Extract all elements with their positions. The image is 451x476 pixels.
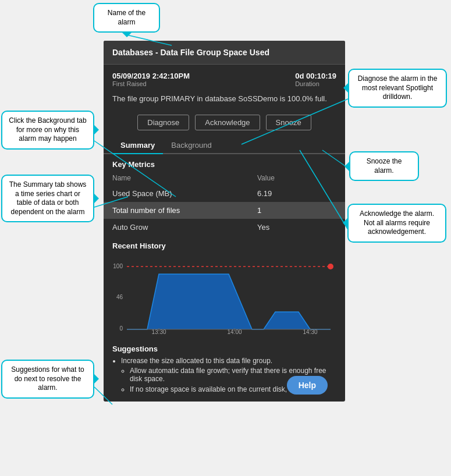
alarm-title: Databases - Data File Group Space Used	[104, 41, 345, 65]
suggestion-text: Increase the size allocated to this data…	[121, 357, 272, 365]
duration-value: 0d 00:10:19	[295, 72, 336, 80]
metric-value: 1	[248, 202, 345, 219]
tab-background[interactable]: Background	[163, 137, 219, 153]
svg-text:46: 46	[116, 294, 123, 300]
metrics-table: Name Value Used Space (MB) 6.19 Total nu…	[104, 171, 345, 236]
col-header-name: Name	[104, 171, 248, 185]
help-button[interactable]: Help	[287, 376, 328, 395]
duration: 0d 00:10:19 Duration	[295, 72, 336, 87]
svg-point-4	[328, 264, 333, 269]
diagnose-button[interactable]: Diagnose	[137, 115, 189, 130]
callout-background: Click the Background tab for more on why…	[1, 111, 94, 150]
acknowledge-button[interactable]: Acknowledge	[195, 115, 260, 130]
chart-svg: 100 46 0 13:30 14:00 14:30	[112, 260, 336, 335]
alarm-title-text: Databases - Data File Group Space Used	[112, 48, 269, 57]
metric-value: Yes	[248, 219, 345, 236]
first-raised-value: 05/09/2019 2:42:10PM	[112, 72, 190, 80]
callout-acknowledge: Acknowledge the alarm. Not all alarms re…	[347, 204, 446, 243]
snooze-button[interactable]: Snooze	[266, 115, 311, 130]
table-row: Total number of files 1	[104, 202, 345, 219]
metric-name: Used Space (MB)	[104, 185, 248, 202]
first-raised-label: First Raised	[112, 80, 190, 87]
alarm-description: The file group PRIMARY in database SoSSD…	[104, 92, 345, 110]
metric-name: Total number of files	[104, 202, 248, 219]
metric-name: Auto Grow	[104, 219, 248, 236]
callout-summary: The Summary tab shows a time series char…	[1, 175, 94, 222]
callout-snooze: Snooze the alarm.	[349, 151, 419, 181]
alarm-tabs: Summary Background	[104, 137, 345, 154]
alarm-meta: 05/09/2019 2:42:10PM First Raised 0d 00:…	[104, 65, 345, 92]
key-metrics-title: Key Metrics	[104, 154, 345, 171]
callout-suggestions: Suggestions for what to do next to resol…	[1, 360, 94, 399]
alarm-panel: Databases - Data File Group Space Used 0…	[104, 41, 345, 402]
callout-alarm-name: Name of the alarm	[93, 3, 160, 33]
duration-label: Duration	[295, 80, 336, 87]
svg-text:100: 100	[113, 263, 123, 269]
chart-area: 100 46 0 13:30 14:00 14:30	[104, 253, 345, 340]
table-row: Auto Grow Yes	[104, 219, 345, 236]
table-row: Used Space (MB) 6.19	[104, 185, 345, 202]
first-raised: 05/09/2019 2:42:10PM First Raised	[112, 72, 190, 87]
alarm-buttons: Diagnose Acknowledge Snooze	[104, 110, 345, 137]
metric-value: 6.19	[248, 185, 345, 202]
recent-history-title: Recent History	[104, 236, 345, 253]
svg-text:0: 0	[119, 325, 123, 332]
col-header-value: Value	[248, 171, 345, 185]
suggestion-subtext-2: If no storage space is available on the …	[130, 385, 308, 393]
chart-container: 100 46 0 13:30 14:00 14:30	[112, 260, 336, 335]
suggestions-title: Suggestions	[112, 344, 336, 353]
callout-diagnose: Diagnose the alarm in the most relevant …	[348, 69, 447, 108]
tab-summary[interactable]: Summary	[112, 137, 163, 154]
